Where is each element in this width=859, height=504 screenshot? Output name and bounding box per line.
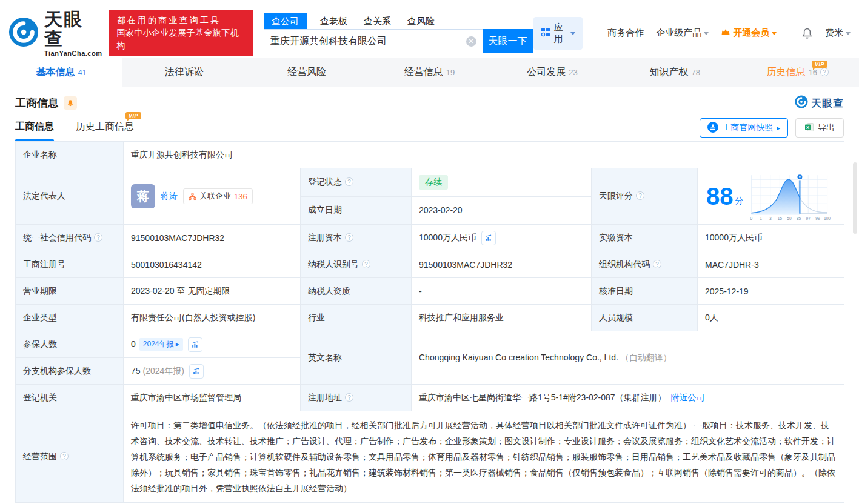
search-tab-company[interactable]: 查公司 [264,13,307,29]
tab-count: 41 [78,68,86,77]
svg-text:99: 99 [815,216,820,220]
trend-chart-icon[interactable] [481,231,496,245]
company-type-value: 有限责任公司(自然人投资或控股) [124,305,301,331]
branch-insured-value: 75 (2024年报) [124,358,301,385]
status-badge: 存续 [419,175,448,190]
table-row: 企业类型 有限责任公司(自然人投资或控股) 行业 科技推广和应用服务业 人员规模… [16,305,844,331]
stamp-icon [707,122,718,134]
help-icon[interactable]: ? [653,260,661,268]
annual-report-badge[interactable]: 2024年报 ▸ [139,338,183,351]
tab-label: 历史信息 [767,66,806,79]
company-type-label: 企业类型 [16,305,124,331]
tab-company-development[interactable]: 公司发展 23 [491,58,613,87]
tab-history-info[interactable]: VIP 历史信息 16 ? [737,58,859,87]
search-input-container: ✕ [264,29,483,53]
business-info-table: 企业名称 重庆开源共创科技有限公司 法定代表人 蒋 蒋涛 关联企业 136 [15,141,844,503]
related-companies-badge[interactable]: 关联企业 136 [183,188,253,204]
reg-capital-value: 10000万人民币 [412,225,592,251]
reg-address-value: 重庆市渝中区七星岗街道华一路1号5-1#附23-02-087（集群注册） 附近公… [412,385,844,411]
help-icon[interactable]: ? [636,191,644,200]
tianyancha-logo[interactable]: 天眼查 TianYanCha.com [8,10,102,57]
notification-bell[interactable] [801,28,813,39]
svg-text:3: 3 [769,216,771,220]
tab-legal-litigation[interactable]: 法律诉讼 [122,58,245,87]
nearby-companies-link[interactable]: 附近公司 [670,393,704,402]
industry-label: 行业 [301,305,412,331]
org-code-label: 组织机构代码? [592,251,698,278]
search-button[interactable]: 天眼一下 [483,29,533,53]
svg-text:100: 100 [823,216,830,220]
trend-chart-icon[interactable] [188,337,202,352]
official-snapshot-button[interactable]: 工商官网快照 ▸ [700,118,788,138]
tab-basic-info[interactable]: 基本信息 41 [0,58,122,87]
section-title: 工商信息 [15,96,59,110]
menu-enterprise[interactable]: 企业级产品 [656,27,709,39]
help-icon[interactable]: ? [362,260,370,268]
help-icon[interactable]: ? [60,452,69,460]
search-tab-boss[interactable]: 查老板 [320,13,347,29]
search-box: ✕ 天眼一下 [264,29,533,53]
top-menu: 应用 商务合作 企业级产品 开通会员 费米 [533,17,851,50]
staff-size-value: 0人 [698,305,844,331]
search-tab-relation[interactable]: 查关系 [364,13,391,29]
establish-date-value: 2023-02-20 [412,196,592,225]
tab-operating-risk[interactable]: 经营风险 [246,58,368,87]
table-row: 营业期限 2023-02-20 至 无固定期限 纳税人资质 - 核准日期 202… [16,278,844,305]
search-tab-risk[interactable]: 查风险 [407,13,435,29]
tab-label: 知识产权 [650,66,689,79]
reg-number-label: 工商注册号 [16,251,124,278]
reg-number-value: 500103016434142 [124,251,301,278]
apps-label: 应用 [554,22,567,45]
crown-icon [721,28,730,38]
tab-label: 经营风险 [287,66,326,79]
snapshot-label: 工商官网快照 [722,122,773,133]
apps-grid-icon [541,27,550,39]
clear-icon[interactable]: ✕ [466,36,476,47]
tab-intellectual-property[interactable]: 知识产权 78 [613,58,736,87]
subtab-business-info[interactable]: 工商信息 [15,121,54,141]
annual-report-note: (2024年报) [142,365,184,375]
search-tabs: 查公司 查老板 查关系 查风险 [264,13,533,29]
taxpayer-quality-label: 纳税人资质 [301,278,412,305]
tab-operating-info[interactable]: 经营信息 19 [368,58,490,87]
help-icon[interactable]: ? [94,233,102,242]
svg-text:0: 0 [750,216,752,220]
menu-vip[interactable]: 开通会员 [721,27,777,39]
approval-date-value: 2025-12-19 [698,278,844,305]
help-icon[interactable]: ? [345,177,353,186]
menu-cooperation[interactable]: 商务合作 [607,27,644,39]
apps-menu[interactable]: 应用 [533,17,583,50]
avatar[interactable]: 蒋 [131,184,155,208]
chevron-down-icon [704,32,709,38]
promo-line2: 国家中小企业发展子基金旗下机构 [116,27,246,52]
trend-chart-icon[interactable] [189,364,204,379]
export-button[interactable]: X 导出 [795,118,844,138]
insured-count-label: 参保人数 [16,331,124,358]
excel-icon: X [804,122,814,134]
related-label: 关联企业 [199,191,231,202]
reg-authority-label: 登记机关 [16,385,124,411]
vip-label: 开通会员 [733,27,769,39]
svg-text:85: 85 [796,216,801,220]
chevron-down-icon [772,32,777,38]
user-menu[interactable]: 费米 [825,27,851,39]
subtab-row: 工商信息 VIP 历史工商信息 工商官网快照 ▸ X 导出 [0,112,859,141]
help-icon[interactable]: ? [345,233,353,242]
taxpayer-quality-value: - [412,278,592,305]
reg-authority-value: 重庆市渝中区市场监督管理局 [124,385,301,411]
legal-rep-link[interactable]: 蒋涛 [161,191,178,202]
help-icon[interactable]: ? [820,68,829,76]
legal-rep-label: 法定代表人 [16,168,124,225]
tab-label: 法律诉讼 [165,66,204,79]
help-icon[interactable]: ? [345,393,353,402]
establish-date-label: 成立日期 [301,196,412,225]
subtab-history-business-info[interactable]: VIP 历史工商信息 [76,121,134,141]
promo-banner: 都在用的商业查询工具 国家中小企业发展子基金旗下机构 [109,10,253,56]
chevron-down-icon [846,32,851,38]
search-input[interactable] [270,36,466,47]
staff-size-label: 人员规模 [592,305,698,331]
subtab-label: 历史工商信息 [76,121,134,131]
scrollbar[interactable] [853,162,857,234]
subscribe-bell-icon[interactable] [64,96,77,110]
username: 费米 [825,27,843,39]
